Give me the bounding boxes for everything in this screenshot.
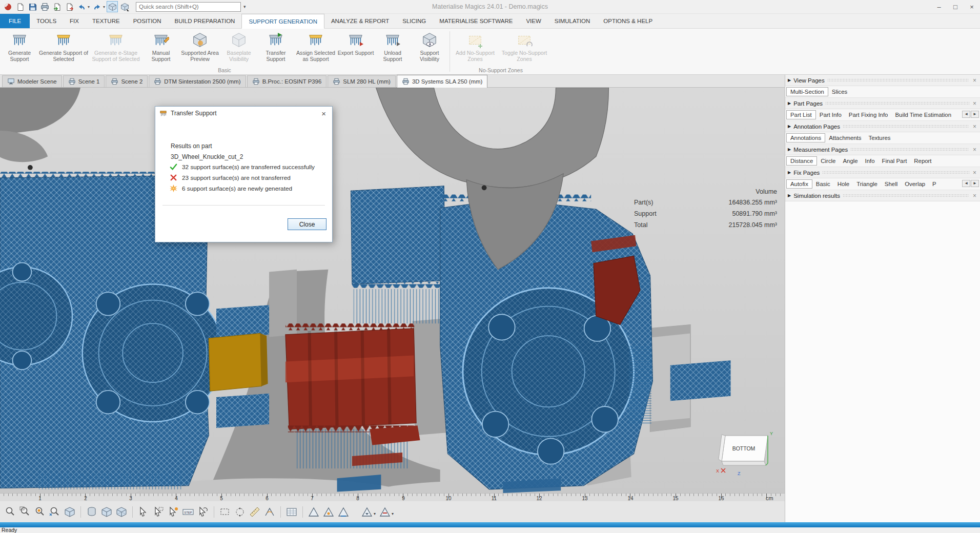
ribbon-tab-view[interactable]: VIEW [519, 14, 547, 28]
export-support-button[interactable]: Export Support [337, 30, 374, 56]
panel-close-icon[interactable]: × [972, 169, 977, 176]
generate-support-button[interactable]: Generate Support [1, 30, 38, 62]
close-icon[interactable]: × [964, 0, 980, 13]
triangle-dropdown-2-caret[interactable]: ▾ [392, 511, 394, 516]
scene-tab-modeler[interactable]: Modeler Scene [2, 75, 62, 87]
part-orange-block[interactable] [209, 333, 268, 391]
tab-triangle[interactable]: Triangle [853, 180, 881, 188]
tab-report[interactable]: Report [910, 157, 935, 165]
import-icon[interactable] [51, 1, 63, 12]
add-no-support-zones-button[interactable]: Add No-Support Zones [452, 30, 499, 62]
scene-tab-eosint[interactable]: B.Proc.: EOSINT P396 [247, 75, 327, 87]
panel-header-annotation-pages[interactable]: ▶ Annotation Pages × [785, 121, 980, 132]
tab-part-list[interactable]: Part List [786, 110, 816, 119]
ribbon-tab-analyze-report[interactable]: ANALYZE & REPORT [324, 14, 396, 28]
tab-part-fixing-info[interactable]: Part Fixing Info [845, 111, 892, 119]
scroll-left-icon[interactable]: ◄ [962, 180, 970, 187]
panel-close-icon[interactable]: × [972, 77, 977, 84]
panel-close-icon[interactable]: × [972, 123, 977, 130]
ribbon-tab-file[interactable]: FILE [0, 14, 30, 28]
tab-circle[interactable]: Circle [817, 157, 839, 165]
panel-header-view-pages[interactable]: ▶ View Pages × [785, 75, 980, 86]
ribbon-tab-materialise-software[interactable]: MATERIALISE SOFTWARE [433, 14, 519, 28]
tab-hole[interactable]: Hole [834, 180, 853, 188]
tab-autofix[interactable]: Autofix [786, 179, 812, 189]
window-select-icon[interactable] [218, 505, 232, 519]
circle-select-icon[interactable] [233, 505, 247, 519]
rectangle-select-icon[interactable] [152, 505, 165, 519]
tab-final-part[interactable]: Final Part [879, 157, 911, 165]
ribbon-tab-simulation[interactable]: SIMULATION [548, 14, 597, 28]
support-visibility-button[interactable]: Support Visibility [411, 30, 448, 62]
dialog-titlebar[interactable]: Transfer Support × [155, 107, 332, 120]
panel-header-simulation-results[interactable]: ▶ Simulation results × [785, 190, 980, 201]
ruler-icon[interactable] [248, 505, 261, 519]
tab-angle[interactable]: Angle [839, 157, 861, 165]
triangle-dropdown-1-caret[interactable]: ▾ [374, 511, 376, 516]
viewport-3d-view[interactable] [0, 88, 785, 493]
undo-dropdown-icon[interactable]: ▾ [88, 5, 90, 9]
dialog-close-icon[interactable]: × [319, 109, 328, 118]
scene-tab-scene1[interactable]: Scene 1 [63, 75, 105, 87]
ribbon-tab-tools[interactable]: TOOLS [30, 14, 63, 28]
panel-close-icon[interactable]: × [972, 192, 977, 199]
toggle-no-support-zones-button[interactable]: Toggle No-Support Zones [499, 30, 550, 62]
panel-header-part-pages[interactable]: ▶ Part Pages × [785, 98, 980, 109]
tab-basic[interactable]: Basic [812, 180, 834, 188]
zoom-selection-icon[interactable] [33, 505, 47, 519]
protractor-icon[interactable] [263, 505, 276, 519]
triangle-dropdown-2-icon[interactable] [378, 505, 392, 519]
scene-tab-scene2[interactable]: Scene 2 [106, 75, 148, 87]
generate-estage-support-button[interactable]: Generate e-Stage Support of Selected [89, 30, 142, 62]
redo-icon[interactable] [91, 1, 103, 12]
brush-select-icon[interactable] [167, 505, 180, 519]
panel-close-icon[interactable]: × [972, 146, 977, 153]
freeform-select-icon[interactable] [196, 505, 210, 519]
active-view-tool-icon[interactable] [107, 1, 118, 12]
undo-icon[interactable] [76, 1, 87, 12]
search-input[interactable] [139, 4, 238, 10]
close-button[interactable]: Close [288, 218, 326, 230]
zoom-fit-icon[interactable] [48, 505, 62, 519]
zoom-icon[interactable] [4, 505, 17, 519]
unload-support-button[interactable]: Unload Support [374, 30, 411, 62]
panel-close-icon[interactable]: × [972, 100, 977, 107]
search-filter-icon[interactable]: ▾ [243, 4, 246, 9]
navigation-cube-icon[interactable] [63, 505, 76, 519]
shading-mode-icon[interactable] [85, 505, 98, 519]
scroll-right-icon[interactable]: ► [971, 180, 979, 187]
print-icon[interactable] [39, 1, 50, 12]
minimize-icon[interactable]: – [931, 0, 947, 13]
scene-tab-slm280[interactable]: SLM 280 HL (mm) [328, 75, 396, 87]
redo-dropdown-icon[interactable]: ▾ [103, 5, 105, 9]
ribbon-tab-texture[interactable]: TEXTURE [86, 14, 127, 28]
ribbon-tab-support-generation[interactable]: SUPPORT GENERATION [241, 14, 324, 29]
triangle-dropdown-1-icon[interactable] [360, 505, 374, 519]
tab-textures[interactable]: Textures [865, 134, 894, 142]
panel-header-measurement-pages[interactable]: ▶ Measurement Pages × [785, 144, 980, 155]
panel-header-fix-pages[interactable]: ▶ Fix Pages × [785, 167, 980, 178]
export-icon[interactable] [64, 1, 75, 12]
ribbon-tab-slicing[interactable]: SLICING [396, 14, 433, 28]
save-icon[interactable] [27, 1, 38, 12]
solid-view-icon[interactable] [100, 505, 113, 519]
supported-area-preview-button[interactable]: Supported Area Preview [179, 30, 220, 62]
pick-tool-icon[interactable] [119, 1, 130, 12]
assign-selected-as-support-button[interactable]: Assign Selected as Support [294, 30, 337, 62]
ribbon-tab-position[interactable]: POSITION [127, 14, 168, 28]
tab-attachments[interactable]: Attachments [825, 134, 865, 142]
tab-multi-section[interactable]: Multi-Section [786, 87, 828, 96]
tab-info[interactable]: Info [862, 157, 879, 165]
viewport[interactable]: Volume Part(s)164836.255 mm³ Support5089… [0, 88, 785, 493]
tab-build-time-estimation[interactable]: Build Time Estimation [891, 111, 955, 119]
select-pointer-icon[interactable] [137, 505, 150, 519]
orientation-indicator[interactable]: BOTTOM Y X Z [715, 429, 775, 478]
scroll-left-icon[interactable]: ◄ [962, 111, 970, 118]
triangle-tool-2-icon[interactable] [322, 505, 335, 519]
manual-support-button[interactable]: Manual Support [142, 30, 179, 62]
ribbon-tab-build-preparation[interactable]: BUILD PREPARATION [168, 14, 242, 28]
triangle-tool-3-icon[interactable] [337, 505, 350, 519]
baseplate-visibility-button[interactable]: Baseplate Visibility [220, 30, 257, 62]
tab-overlap[interactable]: Overlap [901, 180, 929, 188]
transfer-support-button[interactable]: Transfer Support [257, 30, 294, 62]
